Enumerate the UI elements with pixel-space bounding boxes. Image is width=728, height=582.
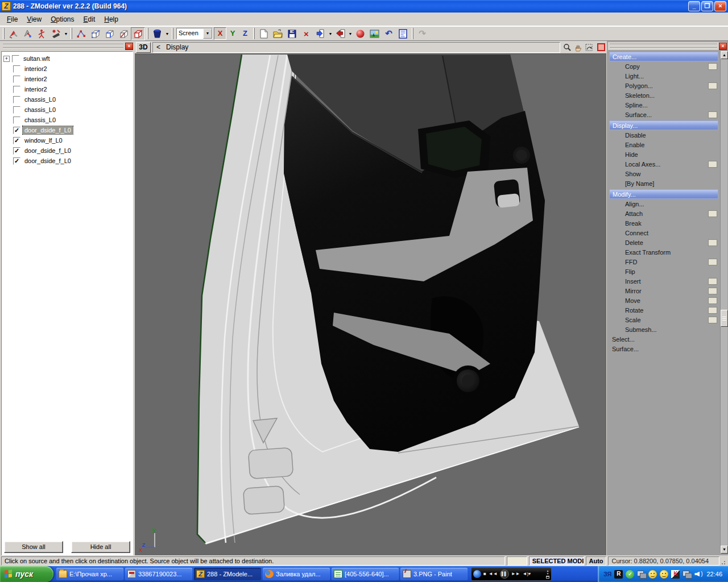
- axis-z-button[interactable]: Z: [239, 27, 251, 40]
- cube-object-button[interactable]: [131, 27, 145, 40]
- scenery-button[interactable]: [367, 27, 382, 40]
- panel-close-icon[interactable]: ×: [719, 43, 727, 50]
- show-all-button[interactable]: Show all: [4, 541, 63, 553]
- scroll-down-icon[interactable]: ▼: [721, 546, 728, 554]
- command-align[interactable]: Align...: [608, 199, 719, 209]
- previous-icon[interactable]: ◄◄: [489, 571, 498, 577]
- tree-item-door_dside_f_L0[interactable]: ✓door_dside_f_L0: [2, 125, 132, 135]
- maximize-viewport-icon[interactable]: [597, 43, 605, 51]
- bone-tools-dropdown[interactable]: ▼: [63, 27, 69, 40]
- command-by-name[interactable]: [By Name]: [608, 179, 719, 189]
- command-show[interactable]: Show: [608, 169, 719, 179]
- command-skeleton[interactable]: Skeleton...: [608, 91, 719, 101]
- radmin-icon[interactable]: R: [614, 570, 623, 579]
- media-player-deskband[interactable]: ■ ◄◄ ▌▌ ►► ◄)▾ ▲ ▼: [471, 567, 552, 581]
- command-copy[interactable]: Copy: [608, 62, 719, 72]
- restore-button[interactable]: ❐: [701, 1, 713, 11]
- axis-y-button[interactable]: Y: [226, 27, 239, 40]
- command-modify[interactable]: Modify...: [609, 189, 718, 199]
- pause-icon[interactable]: ▌▌: [500, 569, 509, 579]
- tree-item-interior2[interactable]: interior2: [2, 74, 132, 84]
- visibility-checkbox[interactable]: [13, 86, 20, 93]
- delete-button[interactable]: ×: [299, 27, 313, 40]
- tree-item-chassis_L0[interactable]: chassis_L0: [2, 94, 132, 105]
- taskbar-task-paint[interactable]: 3.PNG - Paint: [400, 568, 468, 580]
- command-rotate[interactable]: Rotate: [608, 306, 719, 315]
- back-chevron-icon[interactable]: <: [156, 43, 160, 51]
- resize-grip[interactable]: [721, 557, 727, 565]
- scroll-thumb[interactable]: [721, 310, 728, 327]
- command-local-axes[interactable]: Local Axes...: [608, 160, 719, 169]
- network-icon[interactable]: [682, 570, 691, 579]
- command-display[interactable]: Display...: [609, 120, 718, 130]
- cube-edges-button[interactable]: [102, 27, 117, 40]
- visibility-checkbox[interactable]: ✓: [13, 157, 20, 165]
- scroll-up-icon[interactable]: ▲: [721, 51, 728, 59]
- bone-tools-button[interactable]: [49, 27, 63, 40]
- expand-icon[interactable]: +: [3, 56, 10, 62]
- toolbar-grip[interactable]: [253, 28, 255, 39]
- open-file-button[interactable]: [271, 27, 285, 40]
- command-hide[interactable]: Hide: [608, 150, 719, 160]
- visibility-checkbox[interactable]: ✓: [13, 137, 20, 144]
- menu-edit[interactable]: Edit: [79, 14, 100, 25]
- network-icon[interactable]: [637, 570, 646, 579]
- taskbar-task-cards[interactable]: 33867190023...: [125, 568, 192, 580]
- minimize-button[interactable]: _: [688, 1, 700, 11]
- command-create[interactable]: Create...: [609, 52, 718, 61]
- axis-x-button[interactable]: X: [214, 27, 226, 40]
- command-option-box[interactable]: [708, 161, 717, 168]
- visibility-checkbox[interactable]: ✓: [13, 147, 20, 155]
- new-file-button[interactable]: [257, 27, 271, 40]
- menu-file[interactable]: File: [2, 14, 22, 25]
- scene-nodes-panel-titlebar[interactable]: ×: [1, 42, 133, 50]
- start-button[interactable]: пуск: [0, 566, 53, 582]
- paint-bucket-button[interactable]: [150, 27, 164, 40]
- smiley-icon[interactable]: [648, 570, 657, 579]
- undo-button[interactable]: ↶: [382, 27, 396, 40]
- pan-tool-icon[interactable]: [573, 43, 583, 52]
- command-option-box[interactable]: [708, 111, 717, 118]
- wmp-volume-icon[interactable]: ◄)▾: [523, 571, 531, 577]
- toolbar-grip[interactable]: [3, 28, 5, 39]
- menu-view[interactable]: View: [22, 14, 46, 25]
- cube-faces-button[interactable]: [117, 27, 131, 40]
- command-disable[interactable]: Disable: [608, 131, 719, 140]
- volume-icon[interactable]: [694, 570, 702, 579]
- export-dropdown[interactable]: ▼: [348, 27, 353, 40]
- command-scale[interactable]: Scale: [608, 315, 719, 325]
- view-mode-combo[interactable]: Screen ▼: [176, 28, 213, 39]
- visibility-checkbox[interactable]: [13, 106, 20, 114]
- command-option-box[interactable]: [708, 259, 717, 265]
- visibility-checkbox[interactable]: [13, 76, 20, 83]
- kaspersky-icon[interactable]: K: [671, 570, 680, 579]
- commands-scrollbar[interactable]: ▲ ▼: [720, 51, 727, 554]
- import-dropdown[interactable]: ▼: [328, 27, 333, 40]
- panel-grip[interactable]: [3, 44, 123, 48]
- toolbar-grip[interactable]: [412, 28, 413, 39]
- taskbar-clock[interactable]: 22:46: [706, 571, 722, 577]
- language-indicator[interactable]: ЗЯ: [603, 571, 612, 577]
- tree-item-door_dside_f_L0[interactable]: ✓door_dside_f_L0: [2, 146, 132, 156]
- command-option-box[interactable]: [708, 63, 717, 70]
- cube-vertices-button[interactable]: [88, 27, 102, 40]
- log-window-button[interactable]: [396, 27, 410, 40]
- command-spline[interactable]: Spline...: [608, 101, 719, 110]
- close-button[interactable]: ×: [714, 1, 726, 11]
- material-editor-button[interactable]: [353, 27, 367, 40]
- hide-all-button[interactable]: Hide all: [71, 541, 130, 553]
- viewport-mode-button[interactable]: 3D: [136, 42, 151, 53]
- visibility-checkbox[interactable]: ✓: [13, 127, 20, 134]
- deskband-restore-icon[interactable]: [546, 576, 549, 579]
- visibility-checkbox[interactable]: [13, 96, 20, 103]
- toolbar-grip[interactable]: [147, 28, 148, 39]
- antivirus-icon[interactable]: ✓: [626, 570, 634, 579]
- visibility-checkbox[interactable]: [13, 65, 20, 73]
- tree-item-chassis_L0[interactable]: chassis_L0: [2, 115, 132, 125]
- command-option-box[interactable]: [708, 307, 717, 314]
- taskbar-task-zmodeler[interactable]: Z288 - ZModele...: [194, 568, 261, 580]
- import-button[interactable]: [313, 27, 328, 40]
- command-submesh[interactable]: Submesh...: [608, 325, 719, 335]
- ik-pin-button[interactable]: [20, 27, 35, 40]
- command-break[interactable]: Break: [608, 219, 719, 228]
